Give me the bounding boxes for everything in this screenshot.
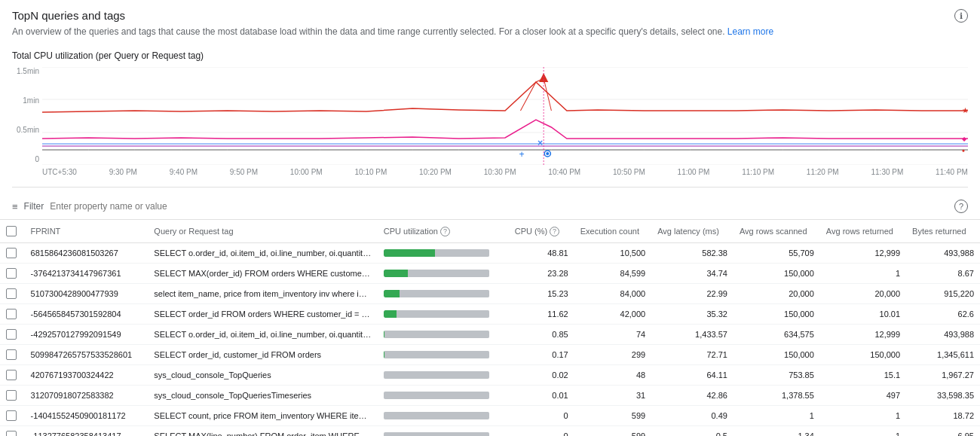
cpu-pct-help-icon[interactable]: ?: [550, 227, 559, 236]
row-checkbox[interactable]: [6, 268, 17, 279]
table-row[interactable]: -1132776582358413417 SELECT MAX(line_num…: [0, 426, 980, 437]
row-avg-latency: 42.86: [651, 386, 733, 406]
row-query: SELECT o.order_id, oi.item_id, oi.line_n…: [148, 325, 377, 345]
row-avg-latency: 582.38: [651, 243, 733, 264]
row-exec-count: 10,500: [574, 243, 652, 264]
header-checkbox[interactable]: [6, 226, 17, 236]
row-avg-latency: 0.5: [651, 426, 733, 437]
table-row[interactable]: -5645658457301592804 SELECT order_id FRO…: [0, 304, 980, 325]
row-checkbox[interactable]: [6, 410, 17, 421]
row-bytes-returned: 1,967.27: [906, 365, 980, 386]
row-checkbox[interactable]: [6, 309, 17, 319]
th-avg-rows-scanned: Avg rows scanned: [733, 220, 820, 243]
row-avg-rows-scanned: 150,000: [733, 304, 820, 325]
x-label-3: 9:50 PM: [230, 168, 258, 176]
row-query: sys_cloud_console_TopQueries: [148, 365, 377, 386]
table-row[interactable]: 312070918072583382 sys_cloud_console_Top…: [0, 386, 980, 406]
y-label-2: 1min: [23, 96, 39, 105]
x-label-7: 10:30 PM: [484, 168, 516, 176]
table-row[interactable]: 5107300428900477939 select item_name, pr…: [0, 284, 980, 304]
row-avg-rows-scanned: 1.34: [733, 426, 820, 437]
th-fprint: FPRINT: [25, 220, 149, 243]
x-label-1: 9:30 PM: [109, 168, 137, 176]
row-query: select item_name, price from item_invent…: [148, 284, 377, 304]
row-exec-count: 599: [574, 406, 652, 426]
row-checkbox[interactable]: [6, 329, 17, 340]
row-cpu-util-bar: [378, 426, 509, 437]
row-cpu-util-bar: [378, 406, 509, 426]
table-row[interactable]: 420767193700324422 sys_cloud_console_Top…: [0, 365, 980, 386]
row-cpu-util-bar: [378, 345, 509, 365]
x-label-13: 11:30 PM: [871, 168, 903, 176]
row-cpu-util-bar: [378, 243, 509, 264]
row-checkbox-cell: [0, 325, 25, 345]
row-checkbox[interactable]: [6, 390, 17, 401]
row-bytes-returned: 1,345,611: [906, 345, 980, 365]
row-checkbox-cell: [0, 243, 25, 264]
x-label-0: UTC+5:30: [42, 168, 77, 176]
x-label-11: 11:10 PM: [742, 168, 774, 176]
x-label-5: 10:10 PM: [354, 168, 387, 176]
table-row[interactable]: -3764213734147967361 SELECT MAX(order_id…: [0, 264, 980, 284]
row-checkbox[interactable]: [6, 370, 17, 380]
row-avg-latency: 64.11: [651, 365, 733, 386]
row-bytes-returned: 18.72: [906, 406, 980, 426]
th-query: Query or Request tag: [148, 220, 377, 243]
x-label-9: 10:50 PM: [613, 168, 645, 176]
row-fprint: 6815864236081503267: [25, 243, 149, 264]
row-checkbox[interactable]: [6, 431, 17, 436]
filter-icon: ≡: [12, 201, 18, 212]
row-exec-count: 299: [574, 345, 652, 365]
svg-text:★: ★: [962, 106, 968, 114]
table-row[interactable]: -4292570127992091549 SELECT o.order_id, …: [0, 325, 980, 345]
row-avg-rows-returned: 1: [820, 426, 906, 437]
row-cpu-pct: 0.02: [509, 365, 574, 386]
table-container: FPRINT Query or Request tag CPU utilizat…: [0, 220, 980, 436]
row-query: SELECT MAX(order_id) FROM orders WHERE c…: [148, 264, 377, 284]
table-header-row: FPRINT Query or Request tag CPU utilizat…: [0, 220, 980, 243]
row-avg-latency: 72.71: [651, 345, 733, 365]
learn-more-link[interactable]: Learn more: [727, 26, 773, 37]
row-checkbox[interactable]: [6, 349, 17, 360]
table-row[interactable]: -14041552450900181172 SELECT count, pric…: [0, 406, 980, 426]
row-checkbox[interactable]: [6, 288, 17, 299]
y-label-4: 0: [35, 155, 39, 163]
row-bytes-returned: 493,988: [906, 243, 980, 264]
row-cpu-pct: 0.17: [509, 345, 574, 365]
y-label-3: 0.5min: [17, 126, 39, 134]
row-fprint: -14041552450900181172: [25, 406, 149, 426]
filter-input[interactable]: [50, 201, 948, 212]
row-bytes-returned: 62.6: [906, 304, 980, 325]
row-cpu-pct: 0: [509, 426, 574, 437]
row-query: sys_cloud_console_TopQueriesTimeseries: [148, 386, 377, 406]
filter-help-icon[interactable]: ?: [954, 200, 968, 213]
row-avg-rows-returned: 12,999: [820, 243, 906, 264]
row-cpu-pct: 23.28: [509, 264, 574, 284]
row-query: SELECT order_id, customer_id FROM orders: [148, 345, 377, 365]
row-avg-rows-returned: 497: [820, 386, 906, 406]
row-query: SELECT count, price FROM item_inventory …: [148, 406, 377, 426]
row-bytes-returned: 493,988: [906, 325, 980, 345]
info-icon-top[interactable]: ℹ: [954, 9, 968, 23]
table-row[interactable]: 5099847265757533528601 SELECT order_id, …: [0, 345, 980, 365]
row-exec-count: 42,000: [574, 304, 652, 325]
row-cpu-util-bar: [378, 325, 509, 345]
row-avg-rows-returned: 1: [820, 264, 906, 284]
cpu-util-help-icon[interactable]: ?: [440, 227, 450, 236]
row-fprint: 5107300428900477939: [25, 284, 149, 304]
x-label-2: 9:40 PM: [170, 168, 198, 176]
row-fprint: 312070918072583382: [25, 386, 149, 406]
row-checkbox[interactable]: [6, 248, 17, 258]
svg-text:×: ×: [537, 138, 543, 148]
row-cpu-util-bar: [378, 365, 509, 386]
x-label-8: 10:40 PM: [548, 168, 580, 176]
row-cpu-util-bar: [378, 264, 509, 284]
svg-text:+: +: [519, 149, 524, 160]
row-avg-rows-scanned: 1,378.55: [733, 386, 820, 406]
svg-point-11: [546, 152, 549, 155]
x-label-14: 11:40 PM: [936, 168, 968, 176]
th-cpu-util: CPU utilization ?: [378, 220, 509, 243]
table-row[interactable]: 6815864236081503267 SELECT o.order_id, o…: [0, 243, 980, 264]
row-avg-rows-scanned: 20,000: [733, 284, 820, 304]
chart-section: Total CPU utilization (per Query or Requ…: [0, 44, 980, 194]
